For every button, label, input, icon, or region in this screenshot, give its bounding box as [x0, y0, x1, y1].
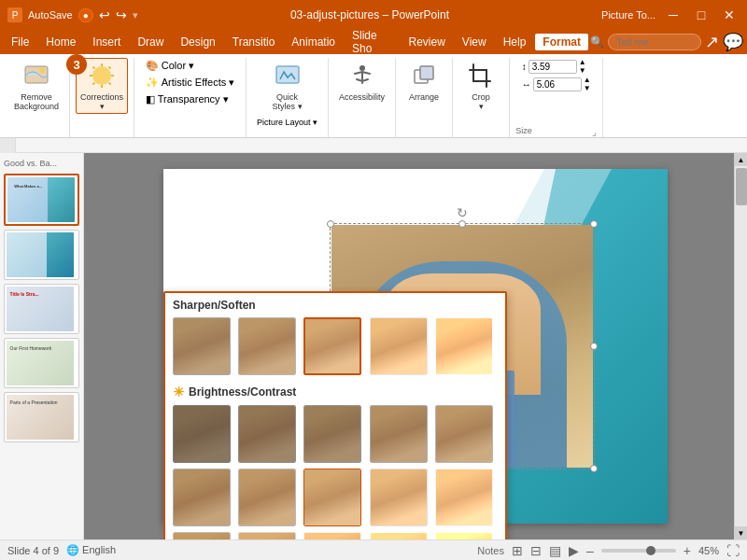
transparency-button[interactable]: ◧ Transparency ▾ [141, 91, 240, 107]
handle-tm[interactable] [458, 220, 466, 228]
crop-button[interactable]: Crop▾ [458, 58, 503, 114]
undo-icon[interactable]: ↩ [99, 7, 110, 22]
menu-help[interactable]: Help [496, 34, 534, 50]
brightness-row-1 [165, 403, 505, 467]
zoom-plus-icon[interactable]: + [684, 543, 691, 558]
menu-slideshow[interactable]: Slide Sho [345, 27, 399, 57]
brightness-row-2 [165, 467, 505, 530]
bright-thumb-r1c3[interactable] [303, 405, 361, 463]
bright-thumb-r3c4[interactable] [370, 532, 428, 539]
bright-thumb-r2c4[interactable] [370, 469, 428, 526]
slide-thumb-6[interactable]: 6 Title Is Stra... [4, 284, 79, 334]
handle-tl[interactable] [327, 220, 334, 228]
handle-br[interactable] [590, 465, 598, 472]
handle-mr[interactable] [590, 343, 598, 350]
slide-thumb-5[interactable]: 5 [4, 230, 79, 280]
artistic-effects-icon: ✨ [146, 77, 159, 89]
size-group-label: Size [515, 126, 532, 137]
bright-thumb-r1c2[interactable] [238, 405, 296, 463]
notes-button[interactable]: Notes [477, 545, 504, 556]
autosave-label: AutoSave [28, 9, 73, 21]
zoom-minus-icon[interactable]: – [586, 543, 594, 558]
bright-thumb-r3c5[interactable] [435, 532, 493, 539]
autosave-toggle[interactable]: ● [78, 8, 93, 22]
app-icon: P [7, 7, 22, 22]
minimize-button[interactable]: ─ [663, 7, 684, 22]
menu-review[interactable]: Review [401, 34, 452, 50]
redo-icon[interactable]: ↪ [116, 7, 127, 22]
more-commands[interactable]: ▾ [133, 9, 138, 21]
sharpen-thumb-5[interactable] [435, 317, 493, 375]
tell-me-input[interactable] [608, 34, 701, 50]
height-up[interactable]: ▲ [579, 58, 586, 66]
svg-point-6 [359, 65, 365, 71]
zoom-slider[interactable] [601, 549, 676, 553]
menu-format[interactable]: Format [535, 34, 588, 50]
bright-thumb-r2c3[interactable] [303, 469, 361, 526]
fit-window-icon[interactable]: ⛶ [726, 543, 740, 558]
menu-file[interactable]: File [4, 34, 36, 50]
view-normal-icon[interactable]: ⊞ [512, 543, 523, 558]
view-reading-icon[interactable]: ▤ [549, 543, 561, 558]
size-inputs: ↕ ▲▼ ↔ ▲▼ [522, 58, 591, 92]
maximize-button[interactable]: □ [691, 7, 712, 22]
menu-home[interactable]: Home [38, 34, 83, 50]
sharpen-thumb-1[interactable] [173, 317, 231, 375]
scrollbar-thumb[interactable] [736, 168, 747, 205]
close-button[interactable]: ✕ [719, 7, 740, 22]
width-input[interactable] [533, 77, 582, 91]
height-down[interactable]: ▼ [579, 66, 586, 75]
step-badge-3: 3 [66, 54, 87, 75]
picture-layout-button[interactable]: Picture Layout ▾ [252, 116, 322, 129]
crop-icon [466, 61, 496, 91]
sharpen-thumb-2[interactable] [238, 317, 296, 375]
menu-transitions[interactable]: Transitio [225, 34, 283, 50]
scrollbar-down-button[interactable]: ▼ [735, 526, 748, 539]
handle-tr[interactable] [590, 220, 598, 228]
rotate-handle[interactable]: ↻ [457, 205, 468, 220]
menu-bar: File Home Insert Draw Design Transitio A… [0, 30, 747, 54]
width-row: ↔ ▲▼ [522, 76, 591, 92]
menu-view[interactable]: View [455, 34, 494, 50]
comments-icon[interactable]: 💬 [723, 32, 743, 52]
arrange-button[interactable]: Arrange [402, 58, 446, 105]
width-up[interactable]: ▲ [584, 76, 591, 84]
picture-layout-label: Picture Layout ▾ [257, 118, 317, 127]
bright-thumb-r2c5[interactable] [435, 469, 493, 526]
width-down[interactable]: ▼ [584, 84, 591, 92]
arrange-label: Arrange [409, 92, 439, 102]
ribbon-group-crop: Crop▾ [453, 58, 510, 137]
bright-thumb-r2c2[interactable] [238, 469, 296, 526]
menu-draw[interactable]: Draw [130, 34, 171, 50]
bright-thumb-r1c4[interactable] [370, 405, 428, 463]
sharpen-thumb-4[interactable] [370, 317, 428, 375]
ruler-horizontal [16, 138, 747, 152]
quick-styles-button[interactable]: QuickStyles ▾ [265, 58, 310, 114]
accessibility-label: Accessibility [339, 92, 385, 102]
remove-background-button[interactable]: RemoveBackground [9, 58, 63, 114]
bright-thumb-r3c1[interactable] [173, 532, 231, 539]
ribbon: RemoveBackground 3 Corrections▾ 🎨 Color … [0, 54, 747, 138]
view-slideshow-icon[interactable]: ▶ [569, 543, 579, 558]
ribbon-group-arrange: Arrange [396, 58, 453, 137]
menu-animations[interactable]: Animatio [284, 34, 343, 50]
artistic-effects-button[interactable]: ✨ Artistic Effects ▾ [141, 75, 240, 91]
slide-thumb-4[interactable]: 4 What Makes a... [4, 174, 79, 226]
size-expand-icon[interactable]: ⌟ [592, 127, 597, 137]
slide-thumb-8[interactable]: 8 Parts of a Presentation [4, 392, 79, 442]
accessibility-button[interactable]: Accessibility [334, 58, 389, 105]
view-slide-sorter-icon[interactable]: ⊟ [530, 543, 542, 558]
bright-thumb-r3c3[interactable] [303, 532, 361, 539]
slide-thumb-7[interactable]: 7 Our First Homework [4, 338, 79, 388]
scrollbar-up-button[interactable]: ▲ [735, 153, 748, 166]
color-button[interactable]: 🎨 Color ▾ [141, 58, 240, 74]
menu-design[interactable]: Design [173, 34, 222, 50]
menu-insert[interactable]: Insert [85, 34, 128, 50]
bright-thumb-r2c1[interactable] [173, 469, 231, 526]
share-icon[interactable]: ↗ [705, 32, 719, 52]
bright-thumb-r1c5[interactable] [435, 405, 493, 463]
sharpen-thumb-3[interactable] [303, 317, 361, 375]
bright-thumb-r3c2[interactable] [238, 532, 296, 539]
bright-thumb-r1c1[interactable] [173, 405, 231, 463]
height-input[interactable] [529, 60, 577, 74]
